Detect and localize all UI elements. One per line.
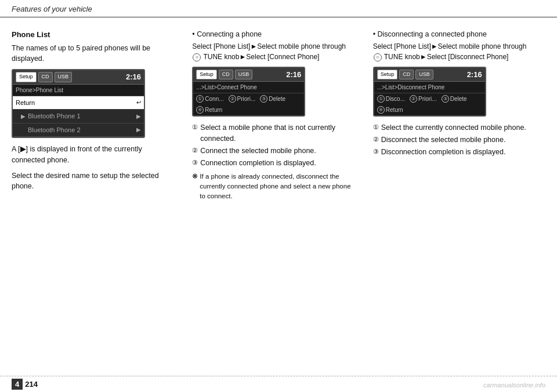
page-footer: 4 214 carmanualsonline.info [0,376,557,392]
step-text-c3-2: Disconnect the selected mobile phone. [381,135,506,146]
screen-breadcrumb-col3: ...>List>Disconnect Phone [374,82,485,93]
tab-cd: CD [38,72,53,82]
col1-note2: Select the desired name to setup the sel… [12,170,176,193]
step-c2-3: ③ Connection completion is displayed. [192,158,356,169]
num2-icon-c3: ② [410,95,417,103]
step-text-c2-3: Connection completion is displayed. [200,158,316,169]
tune-knob-col2: ○ [193,53,201,61]
note-symbol-c2: ❋ [192,172,198,182]
screen-breadcrumb-col1: Phone>Phone List [13,85,144,96]
bottom-delete-c3: ③Delete [442,95,467,103]
bt1-arrow-icon: ▶ [21,112,26,121]
bottom-disco: ①Disco... [377,95,405,103]
screen-row-return: Return ↩ [13,96,144,110]
screen-mock-col3: Setup CD USB 2:16 ...>List>Disconnect Ph… [373,67,486,117]
tab-usb-c3: USB [415,70,433,80]
bt1-right-arrow: ▶ [136,112,141,121]
tab-setup-c3: Setup [377,70,398,80]
screen-bottom-col2: ①Conn... ②Priori... ③Delete [193,93,304,104]
step-num-c3-1: ① [373,122,379,132]
tab-cd-c3: CD [399,70,414,80]
num4-icon-c2: ④ [196,106,204,114]
step-c3-2: ② Disconnect the selected mobile phone. [373,135,537,146]
bottom-return-c2: ④Return [196,106,222,114]
tab-usb: USB [55,72,73,82]
footer-page-number: 214 [23,380,38,389]
step-c3-3: ③ Disconnection completion is displayed. [373,147,537,158]
tab-setup: Setup [16,72,37,82]
col3-bullet-title: • Disconnecting a connected phone [373,29,487,40]
header-title: Features of your vehicle [12,5,92,13]
col3-disconnect-desc: Select [Phone List]►Select mobile phone … [373,41,537,62]
step-text-c2-1: Select a mobile phone that is not curren… [200,122,356,144]
return-label: Return [16,98,35,108]
footer-watermark: carmanualsonline.info [483,382,545,389]
tab-usb-c2: USB [235,70,253,80]
content-area: Phone List The names of up to 5 paired p… [0,17,557,206]
col3-bullet-intro: • Disconnecting a connected phone [373,29,537,40]
bottom-priori: ②Priori... [229,95,256,103]
page-header: Features of your vehicle [0,0,557,17]
tune-knob-col3: ○ [374,53,382,61]
col2-note: ❋ If a phone is already connected, disco… [192,172,356,201]
col1: Phone List The names of up to 5 paired p… [12,29,184,201]
num3-icon-c3: ③ [442,95,449,103]
bottom-delete: ③Delete [260,95,285,103]
footer-page-num: 4 214 [12,379,38,390]
screen-tabs-col1: Setup CD USB [16,72,72,82]
screen-tabs-col2: Setup CD USB [196,70,252,80]
num3-icon-c2: ③ [260,95,267,103]
step-c2-2: ② Connect the selected mobile phone. [192,146,356,157]
screen-tabs-col3: Setup CD USB [377,70,433,80]
step-num-c2-3: ③ [192,158,198,168]
col2-bullet-intro: • Connecting a phone [192,29,356,40]
num1-icon-c3: ① [377,95,385,103]
num4-icon-c3: ④ [377,106,385,114]
screen-topbar-col2: Setup CD USB 2:16 [193,68,304,82]
step-num-c3-3: ③ [373,147,379,157]
step-num-c3-2: ② [373,135,379,144]
screen-topbar-col1: Setup CD USB 2:16 [13,70,144,85]
screen-time-col3: 2:16 [467,69,482,81]
return-arrow-icon: ↩ [136,98,141,107]
step-c3-1: ① Select the currently connected mobile … [373,122,537,133]
bottom-return-c3: ④Return [377,106,403,114]
col1-title: Phone List [12,29,176,41]
screen-breadcrumb-col2: ...>List>Connect Phone [193,82,304,93]
note-text-c2: If a phone is already connected, disconn… [200,172,356,201]
screen-time-col2: 2:16 [286,69,301,81]
col2: • Connecting a phone Select [Phone List]… [184,29,364,201]
col1-note1: A [▶] is displayed in front of the curre… [12,144,176,166]
col3: • Disconnecting a connected phone Select… [365,29,545,201]
screen-return-col2: ④Return [193,104,304,115]
bottom-priori-c3: ②Priori... [410,95,437,103]
screen-mock-col1: Setup CD USB 2:16 Phone>Phone List Retur… [12,69,145,138]
col2-connect-desc: Select [Phone List]►Select mobile phone … [192,41,356,62]
col2-bullet-title: • Connecting a phone [192,29,262,40]
screen-row-bt2: ▶ Bluetooth Phone 2 ▶ [13,124,144,137]
num2-icon-c2: ② [229,95,236,103]
screen-bottom-col3: ①Disco... ②Priori... ③Delete [374,93,485,104]
col1-intro: The names of up to 5 paired phones will … [12,43,176,65]
footer-section-num: 4 [12,379,23,390]
num1-icon-c2: ① [196,95,204,103]
tab-setup-c2: Setup [196,70,217,80]
col2-steps: ① Select a mobile phone that is not curr… [192,122,356,168]
bt1-label: Bluetooth Phone 1 [28,111,81,121]
screen-mock-col2: Setup CD USB 2:16 ...>List>Connect Phone… [192,67,305,117]
screen-topbar-col3: Setup CD USB 2:16 [374,68,485,82]
step-num-c2-1: ① [192,122,198,132]
screen-time-col1: 2:16 [126,71,141,83]
bt2-label: Bluetooth Phone 2 [28,125,81,135]
bottom-conn: ①Conn... [196,95,223,103]
step-text-c3-3: Disconnection completion is displayed. [381,147,506,158]
step-num-c2-2: ② [192,146,198,155]
col3-steps: ① Select the currently connected mobile … [373,122,537,157]
step-text-c2-2: Connect the selected mobile phone. [200,146,316,157]
bt2-right-arrow: ▶ [136,125,141,134]
screen-return-col3: ④Return [374,104,485,115]
tab-cd-c2: CD [219,70,233,80]
screen-row-bt1: ▶ Bluetooth Phone 1 ▶ [13,110,144,124]
step-text-c3-1: Select the currently connected mobile ph… [381,122,526,133]
step-c2-1: ① Select a mobile phone that is not curr… [192,122,356,144]
